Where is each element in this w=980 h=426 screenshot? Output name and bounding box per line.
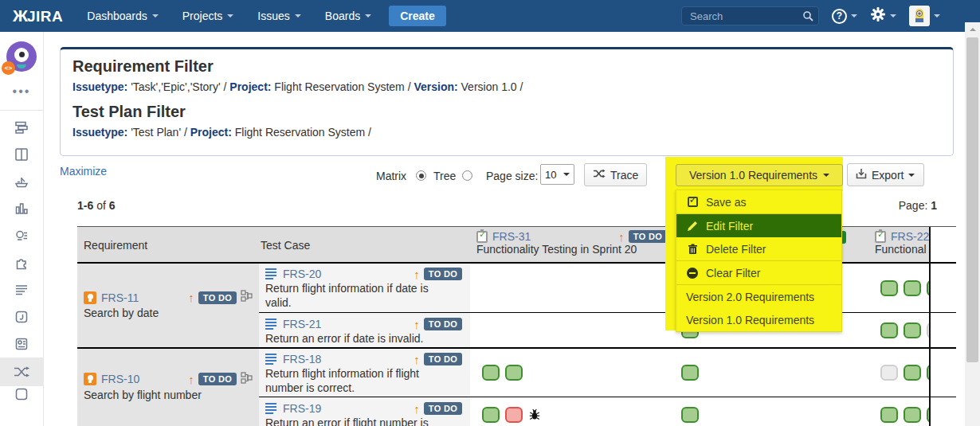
tree-label: Tree <box>433 170 456 182</box>
row-divider <box>259 397 956 397</box>
export-button-label: Export <box>872 169 904 182</box>
matrix-cell-green[interactable] <box>904 322 921 338</box>
scrollbar-thumb[interactable] <box>966 37 978 362</box>
menu-item-version-1-requirements[interactable]: Version 1.0 Requirements <box>676 308 841 331</box>
trace-button[interactable]: Trace <box>584 163 647 186</box>
matrix-cell-green[interactable] <box>880 407 898 423</box>
page-size-select[interactable]: 10 <box>540 164 574 185</box>
scroll-up-icon[interactable] <box>965 22 980 36</box>
board-columns-icon[interactable] <box>0 141 44 168</box>
tree-radio[interactable] <box>462 170 472 181</box>
menu-item-label: Edit Filter <box>706 220 753 233</box>
menu-item-edit-filter[interactable]: Edit Filter <box>676 214 841 237</box>
saved-filter-dropdown-button[interactable]: Version 1.0 Requirements <box>676 164 843 186</box>
nav-right-cluster: ? <box>681 0 940 32</box>
issue-key-link[interactable]: FRS-21 <box>283 318 321 330</box>
requirement-filter-title: Requirement Filter <box>73 57 941 76</box>
issue-key-link[interactable]: FRS-20 <box>283 268 321 280</box>
chevron-down-icon <box>851 14 857 21</box>
matrix-cells <box>470 348 673 397</box>
requirement-summary: Search by date <box>84 307 253 321</box>
page-size-label: Page size: <box>486 170 538 182</box>
column-header-frs31[interactable]: FRS-31 ↑ TO DO Functionality Testing in … <box>470 227 673 263</box>
issue-key-link[interactable]: FRS-31 <box>492 230 531 243</box>
nav-item-label: Issues <box>257 10 289 22</box>
nav-item-boards[interactable]: Boards <box>325 10 371 22</box>
menu-item-save-as[interactable]: Save as <box>676 190 841 213</box>
traceability-shuffle-icon[interactable] <box>0 358 44 386</box>
reports-book-icon[interactable] <box>0 330 44 358</box>
help-dropdown[interactable]: ? <box>832 9 857 24</box>
column-header-frs22[interactable]: FRS-22 Functional <box>868 227 930 263</box>
issue-key-link[interactable]: FRS-19 <box>283 402 321 415</box>
issue-key-link[interactable]: FRS-18 <box>283 353 321 365</box>
addon-avatar-icon[interactable]: <> <box>6 41 37 72</box>
trace-shuffle-icon <box>593 168 606 182</box>
search-icon[interactable] <box>802 10 813 25</box>
requirement-cell-frs11: FRS-11 ↑ TO DO Search by date <box>77 263 259 348</box>
nav-item-label: Boards <box>325 10 360 22</box>
matrix-cell-green[interactable] <box>880 280 898 296</box>
jira-logo[interactable]: Ж JIRA <box>13 6 63 25</box>
issue-key-link[interactable]: FRS-10 <box>101 373 139 385</box>
matrix-cell-green[interactable] <box>904 365 921 381</box>
settings-dropdown[interactable] <box>870 6 896 25</box>
partial-bottom-icon[interactable] <box>0 386 44 401</box>
releases-ship-icon[interactable] <box>0 168 44 195</box>
matrix-cell-green[interactable] <box>681 365 699 381</box>
reports-chart-icon[interactable] <box>0 195 44 222</box>
summary-lines-icon[interactable] <box>0 276 44 303</box>
vertical-scrollbar[interactable] <box>965 22 980 426</box>
export-button[interactable]: Export <box>847 163 924 186</box>
matrix-cells <box>868 263 930 313</box>
test-case-row-frs18: FRS-18 ↑ TO DO Return flight information… <box>259 348 930 397</box>
test-case-row-frs19: FRS-19 ↑ TO DO Return an error if flight… <box>259 397 930 426</box>
menu-item-version-2-requirements[interactable]: Version 2.0 Requirements <box>676 285 841 308</box>
requirement-type-icon <box>84 373 96 385</box>
menu-item-label: Version 2.0 Requirements <box>686 291 814 303</box>
column-header-requirement[interactable]: Requirement <box>77 227 259 263</box>
nav-item-dashboards[interactable]: Dashboards <box>87 10 159 22</box>
priority-up-icon: ↑ <box>414 268 420 280</box>
matrix-cells <box>868 348 930 397</box>
project-shortcut-icon[interactable] <box>0 303 44 330</box>
matrix-radio[interactable] <box>416 170 426 181</box>
matrix-cells <box>673 348 868 397</box>
matrix-cell-green[interactable] <box>904 407 921 423</box>
sidebar-divider <box>0 110 43 111</box>
test-case-cell: FRS-19 ↑ TO DO Return an error if flight… <box>259 397 470 426</box>
page-size-value: 10 <box>545 169 556 181</box>
search-input[interactable] <box>681 6 819 25</box>
issues-search-icon[interactable] <box>0 222 44 249</box>
matrix-cell-green[interactable] <box>904 280 921 296</box>
matrix-cell-green[interactable] <box>482 407 500 423</box>
matrix-cell-red[interactable] <box>505 407 523 423</box>
matrix-cell-green[interactable] <box>681 407 699 423</box>
export-download-icon <box>856 168 867 182</box>
issue-key-link[interactable]: FRS-11 <box>101 291 139 304</box>
nav-item-issues[interactable]: Issues <box>257 10 300 22</box>
hierarchy-icon[interactable] <box>241 290 253 305</box>
chevron-down-icon <box>890 14 896 21</box>
more-dots-icon[interactable]: ••• <box>0 84 43 99</box>
jira-traceability-screen: Ж JIRA Dashboards Projects Issues Boards… <box>0 0 980 426</box>
maximize-link[interactable]: Maximize <box>60 165 107 178</box>
user-avatar <box>909 6 930 26</box>
user-dropdown[interactable] <box>909 6 940 26</box>
issue-key-link[interactable]: FRS-22 <box>891 230 929 243</box>
menu-item-delete-filter[interactable]: Delete Filter <box>676 237 841 260</box>
matrix-cell-green[interactable] <box>880 322 898 338</box>
menu-item-clear-filter[interactable]: Clear Filter <box>676 261 841 284</box>
help-icon: ? <box>832 9 847 24</box>
create-button[interactable]: Create <box>389 6 446 26</box>
column-header-test-case[interactable]: Test Case <box>259 227 470 263</box>
matrix-cell-green[interactable] <box>505 365 523 381</box>
matrix-cell-green[interactable] <box>482 365 500 381</box>
matrix-cells <box>470 263 673 313</box>
bug-icon <box>528 408 541 421</box>
boards-stack-icon[interactable] <box>0 114 44 141</box>
hierarchy-icon[interactable] <box>241 372 253 387</box>
addons-puzzle-icon[interactable] <box>0 249 44 276</box>
matrix-cell-gray[interactable] <box>880 365 898 381</box>
nav-item-projects[interactable]: Projects <box>182 10 234 22</box>
